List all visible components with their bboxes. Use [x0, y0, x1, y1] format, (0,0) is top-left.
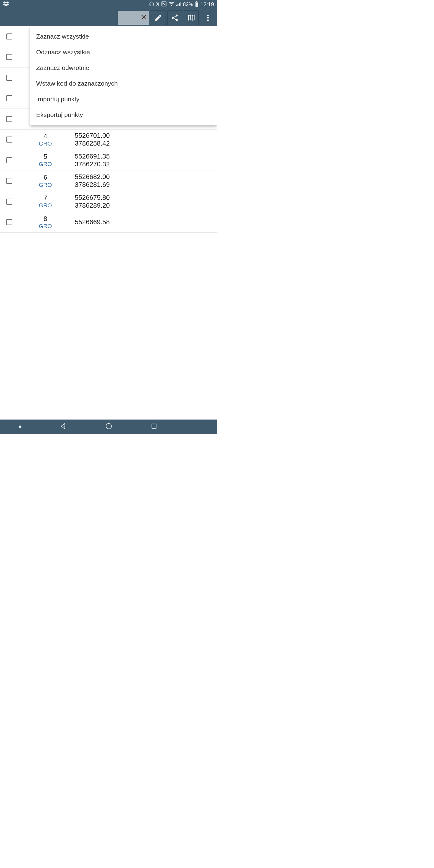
row-number: 4: [43, 132, 47, 140]
menu-select-all[interactable]: Zaznacz wszystkie: [30, 29, 217, 44]
row-checkbox[interactable]: [6, 219, 12, 225]
row-number: 8: [43, 215, 47, 222]
row-coord-2: 3786281.69: [75, 181, 217, 189]
svg-point-3: [207, 17, 209, 19]
nav-recent-button[interactable]: [151, 423, 157, 431]
bluetooth-icon: [156, 1, 159, 8]
list-item[interactable]: 6GRO5526682.003786281.69: [0, 171, 217, 192]
svg-rect-1: [196, 2, 198, 3]
row-coord-1: 5526669.58: [75, 218, 217, 226]
content-area: GROGROGROGROGRO4GRO5526701.003786258.425…: [0, 26, 217, 420]
row-code: GRO: [39, 182, 52, 188]
menu-invert[interactable]: Zaznacz odwrotnie: [30, 60, 217, 76]
dropbox-icon: [3, 1, 9, 8]
menu-export[interactable]: Eksportuj punkty: [30, 107, 217, 123]
nav-back-button[interactable]: [60, 423, 67, 431]
map-button[interactable]: [184, 10, 198, 25]
row-coord-1: 5526682.00: [75, 173, 217, 181]
list-item[interactable]: 8GRO5526669.58: [0, 212, 217, 233]
row-coord-2: 3786270.32: [75, 160, 217, 168]
nav-bar: [0, 420, 217, 434]
svg-point-4: [207, 19, 209, 21]
row-code: GRO: [39, 223, 52, 230]
wifi-icon: [168, 1, 175, 8]
row-number: 6: [43, 174, 47, 181]
overflow-menu: Zaznacz wszystkie Odznacz wszystkie Zazn…: [30, 26, 217, 125]
overflow-button[interactable]: [200, 10, 215, 25]
menu-insert-code[interactable]: Wstaw kod do zaznaczonych: [30, 76, 217, 91]
app-bar: [0, 9, 217, 26]
headphones-icon: [149, 1, 154, 8]
row-checkbox[interactable]: [6, 54, 12, 60]
row-coord-1: 5526691.35: [75, 153, 217, 160]
menu-import[interactable]: Importuj punkty: [30, 91, 217, 107]
battery-icon: [195, 1, 198, 8]
nfc-icon: [161, 1, 167, 8]
row-number: 5: [43, 153, 47, 160]
svg-rect-6: [152, 424, 156, 429]
status-bar: 82% 12:19: [0, 0, 217, 9]
nav-home-button[interactable]: [105, 423, 113, 431]
row-checkbox[interactable]: [6, 198, 12, 205]
row-code: GRO: [39, 202, 52, 209]
row-coord-2: 3786289.20: [75, 202, 217, 210]
row-checkbox[interactable]: [6, 75, 12, 81]
svg-point-2: [207, 14, 209, 16]
clock-text: 12:19: [200, 1, 214, 8]
row-number: 7: [43, 194, 47, 202]
row-coord-1: 5526701.00: [75, 132, 217, 140]
list-item[interactable]: 4GRO5526701.003786258.42: [0, 130, 217, 150]
edit-button[interactable]: [151, 10, 165, 25]
nav-notification-icon[interactable]: [19, 426, 22, 428]
list-item[interactable]: 5GRO5526691.353786270.32: [0, 150, 217, 171]
row-checkbox[interactable]: [6, 95, 12, 101]
row-checkbox[interactable]: [6, 157, 12, 163]
row-code: GRO: [39, 161, 52, 167]
search-field[interactable]: [118, 11, 149, 25]
row-coord-2: 3786258.42: [75, 140, 217, 147]
row-coord-1: 5526675.80: [75, 194, 217, 202]
close-icon[interactable]: [140, 13, 148, 22]
signal-icon: [176, 1, 181, 8]
row-checkbox[interactable]: [6, 136, 12, 143]
row-code: GRO: [39, 141, 52, 147]
share-button[interactable]: [167, 10, 182, 25]
battery-text: 82%: [183, 1, 193, 7]
row-checkbox[interactable]: [6, 178, 12, 184]
row-checkbox[interactable]: [6, 33, 12, 39]
svg-point-5: [106, 424, 112, 429]
menu-deselect-all[interactable]: Odznacz wszystkie: [30, 44, 217, 60]
row-checkbox[interactable]: [6, 116, 12, 122]
list-item[interactable]: 7GRO5526675.803786289.20: [0, 191, 217, 212]
